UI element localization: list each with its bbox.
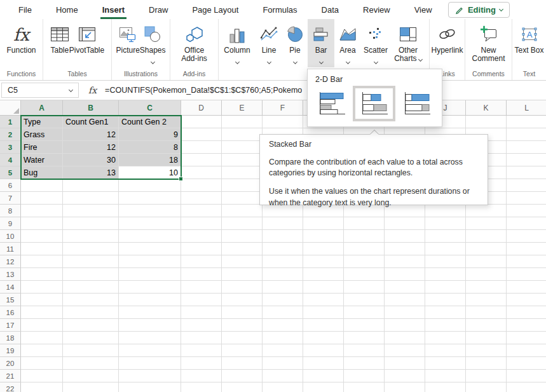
cell-B8[interactable] bbox=[63, 205, 119, 217]
cell-I12[interactable] bbox=[385, 255, 425, 268]
cell-J15[interactable] bbox=[425, 294, 466, 306]
tab-formulas[interactable]: Formulas bbox=[250, 0, 309, 19]
cell-A5[interactable]: Bug bbox=[21, 166, 63, 179]
cell-I18[interactable] bbox=[385, 332, 425, 344]
cell-A4[interactable]: Water bbox=[21, 154, 63, 166]
tab-home[interactable]: Home bbox=[44, 0, 90, 19]
cell-B9[interactable] bbox=[63, 217, 119, 230]
line-chart-button[interactable]: Line bbox=[256, 19, 282, 67]
cell-E5[interactable] bbox=[222, 166, 263, 179]
cell-H13[interactable] bbox=[344, 268, 385, 281]
cell-C18[interactable] bbox=[119, 332, 181, 344]
cell-B17[interactable] bbox=[63, 319, 119, 332]
cell-A20[interactable] bbox=[21, 357, 63, 370]
cell-C10[interactable] bbox=[119, 230, 181, 243]
cell-C2[interactable]: 9 bbox=[119, 128, 181, 141]
cell-C9[interactable] bbox=[119, 217, 181, 230]
cell-K14[interactable] bbox=[466, 281, 507, 294]
cell-L22[interactable] bbox=[507, 382, 546, 392]
cell-A16[interactable] bbox=[21, 306, 63, 319]
cell-K9[interactable] bbox=[466, 217, 507, 230]
cell-E9[interactable] bbox=[222, 217, 263, 230]
cell-A9[interactable] bbox=[21, 217, 63, 230]
cell-H22[interactable] bbox=[344, 382, 385, 392]
cell-F14[interactable] bbox=[263, 281, 303, 294]
cell-K1[interactable] bbox=[466, 116, 507, 128]
cell-B4[interactable]: 30 bbox=[63, 154, 119, 166]
cell-F17[interactable] bbox=[263, 319, 303, 332]
cell-L18[interactable] bbox=[507, 332, 546, 344]
cell-H18[interactable] bbox=[344, 332, 385, 344]
cell-E14[interactable] bbox=[222, 281, 263, 294]
cell-A11[interactable] bbox=[21, 243, 63, 255]
cell-C15[interactable] bbox=[119, 294, 181, 306]
cell-K22[interactable] bbox=[466, 382, 507, 392]
row-header-9[interactable]: 9 bbox=[0, 217, 21, 230]
cell-G22[interactable] bbox=[303, 382, 344, 392]
function-button[interactable]: fx Function bbox=[6, 19, 36, 67]
cell-K12[interactable] bbox=[466, 255, 507, 268]
scatter-chart-button[interactable]: Scatter bbox=[361, 19, 390, 67]
cell-I16[interactable] bbox=[385, 306, 425, 319]
cell-L11[interactable] bbox=[507, 243, 546, 255]
cell-H10[interactable] bbox=[344, 230, 385, 243]
cell-E11[interactable] bbox=[222, 243, 263, 255]
name-box[interactable]: C5 bbox=[1, 83, 79, 98]
cell-C14[interactable] bbox=[119, 281, 181, 294]
column-chart-button[interactable]: Column bbox=[219, 19, 256, 67]
cell-D21[interactable] bbox=[181, 370, 222, 382]
hyperlink-button[interactable]: Hyperlink bbox=[431, 19, 463, 67]
cell-B12[interactable] bbox=[63, 255, 119, 268]
cell-J14[interactable] bbox=[425, 281, 466, 294]
cell-B21[interactable] bbox=[63, 370, 119, 382]
cell-D2[interactable] bbox=[181, 128, 222, 141]
cell-J13[interactable] bbox=[425, 268, 466, 281]
cell-K13[interactable] bbox=[466, 268, 507, 281]
cell-G17[interactable] bbox=[303, 319, 344, 332]
cell-J9[interactable] bbox=[425, 217, 466, 230]
cell-K10[interactable] bbox=[466, 230, 507, 243]
cell-E19[interactable] bbox=[222, 344, 263, 357]
column-header-D[interactable]: D bbox=[181, 100, 222, 116]
cell-C1[interactable]: Count Gen 2 bbox=[119, 116, 181, 128]
cell-H21[interactable] bbox=[344, 370, 385, 382]
cell-A1[interactable]: Type bbox=[21, 116, 63, 128]
cell-E17[interactable] bbox=[222, 319, 263, 332]
cell-G21[interactable] bbox=[303, 370, 344, 382]
cell-F21[interactable] bbox=[263, 370, 303, 382]
cell-A12[interactable] bbox=[21, 255, 63, 268]
cell-C20[interactable] bbox=[119, 357, 181, 370]
cell-L15[interactable] bbox=[507, 294, 546, 306]
cell-B5[interactable]: 13 bbox=[63, 166, 119, 179]
cell-E7[interactable] bbox=[222, 192, 263, 205]
cell-J10[interactable] bbox=[425, 230, 466, 243]
cell-I21[interactable] bbox=[385, 370, 425, 382]
cell-L12[interactable] bbox=[507, 255, 546, 268]
row-header-18[interactable]: 18 bbox=[0, 332, 21, 344]
cell-D10[interactable] bbox=[181, 230, 222, 243]
row-header-2[interactable]: 2 bbox=[0, 128, 21, 141]
cell-D16[interactable] bbox=[181, 306, 222, 319]
tab-draw[interactable]: Draw bbox=[137, 0, 180, 19]
cell-L8[interactable] bbox=[507, 205, 546, 217]
cell-A21[interactable] bbox=[21, 370, 63, 382]
tab-page-layout[interactable]: Page Layout bbox=[180, 0, 250, 19]
cell-C5[interactable]: 10 bbox=[119, 166, 181, 179]
cell-H14[interactable] bbox=[344, 281, 385, 294]
cell-B11[interactable] bbox=[63, 243, 119, 255]
cell-H9[interactable] bbox=[344, 217, 385, 230]
cell-C16[interactable] bbox=[119, 306, 181, 319]
cell-F1[interactable] bbox=[263, 116, 303, 128]
cell-L17[interactable] bbox=[507, 319, 546, 332]
cell-F12[interactable] bbox=[263, 255, 303, 268]
cell-A19[interactable] bbox=[21, 344, 63, 357]
cell-D19[interactable] bbox=[181, 344, 222, 357]
cell-H11[interactable] bbox=[344, 243, 385, 255]
cell-F9[interactable] bbox=[263, 217, 303, 230]
cell-B2[interactable]: 12 bbox=[63, 128, 119, 141]
cell-E21[interactable] bbox=[222, 370, 263, 382]
row-header-19[interactable]: 19 bbox=[0, 344, 21, 357]
cell-D13[interactable] bbox=[181, 268, 222, 281]
cell-D17[interactable] bbox=[181, 319, 222, 332]
cell-J20[interactable] bbox=[425, 357, 466, 370]
